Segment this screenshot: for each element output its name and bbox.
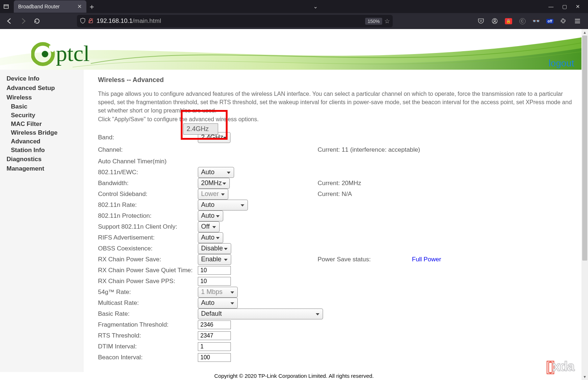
page-desc-2: Click "Apply/Save" to configure the adva… <box>98 116 259 122</box>
rifs-label: RIFS Advertisement: <box>98 234 198 241</box>
sidebar-nav: Device Info Advanced Setup Wireless Basi… <box>0 70 83 372</box>
svg-text:ptcl: ptcl <box>56 41 90 66</box>
band-label: Band: <box>98 134 198 141</box>
bandwidth-current: Current: 20MHz <box>318 180 361 187</box>
recent-windows-icon[interactable] <box>0 3 13 10</box>
extensions-icon[interactable] <box>560 17 568 25</box>
rxpps-label: RX Chain Power Save PPS: <box>98 278 198 285</box>
svg-point-5 <box>494 20 496 21</box>
rxchain-select[interactable]: Enable <box>198 254 231 265</box>
zoom-badge[interactable]: 150% <box>365 18 382 25</box>
bandwidth-select[interactable]: 20MHz <box>198 178 230 189</box>
address-bar[interactable]: 192.168.10.1/main.html 150% ☆ <box>77 15 393 27</box>
rate54g-label: 54g™ Rate: <box>98 289 198 296</box>
hamburger-menu-icon[interactable] <box>573 17 581 25</box>
watermark-logo: []xda <box>546 359 574 374</box>
channel-current: Current: 11 (interference: acceptable) <box>318 146 420 154</box>
lock-warning-icon[interactable] <box>88 18 94 25</box>
beacon-input[interactable] <box>198 353 231 362</box>
logout-link[interactable]: logout <box>548 58 574 69</box>
shield-icon[interactable] <box>80 18 86 25</box>
sidebar-item-mac-filter[interactable]: MAC Filter <box>0 120 83 128</box>
rxquiet-label: RX Chain Power Save Quiet Time: <box>98 267 198 274</box>
new-tab-button[interactable]: ＋ <box>86 2 97 12</box>
scroll-up-icon[interactable]: ▴ <box>581 29 588 36</box>
prot11n-label: 802.11n Protection: <box>98 212 198 220</box>
svg-line-3 <box>89 19 93 23</box>
clientonly-label: Support 802.11n Client Only: <box>98 223 198 230</box>
nav-forward-button <box>17 15 30 28</box>
rate11n-select[interactable]: Auto <box>198 200 248 211</box>
rts-label: RTS Threshold: <box>98 332 198 339</box>
mcast-select[interactable]: Auto <box>198 298 238 309</box>
all-tabs-chevron-icon[interactable]: ⌄ <box>313 3 318 10</box>
url-text: 192.168.10.1/main.html <box>97 17 161 25</box>
ext-glasses-icon[interactable]: 👓 <box>532 17 540 25</box>
bandwidth-label: Bandwidth: <box>98 180 198 187</box>
page-desc-1: This page allows you to configure advanc… <box>98 91 572 114</box>
obss-select[interactable]: Disable <box>198 243 231 254</box>
close-tab-icon[interactable]: ✕ <box>76 3 83 10</box>
sidebar-item-station-info[interactable]: Station Info <box>0 146 83 155</box>
mcast-label: Multicast Rate: <box>98 299 198 307</box>
sidebar-item-advanced[interactable]: Advanced <box>0 137 83 146</box>
rate54g-select: 1 Mbps <box>198 287 238 298</box>
basicrate-label: Basic Rate: <box>98 310 198 318</box>
bookmark-star-icon[interactable]: ☆ <box>384 17 390 25</box>
pocket-icon[interactable] <box>477 17 485 25</box>
nav-reload-button[interactable] <box>30 15 44 28</box>
browser-tab[interactable]: Broadband Router ✕ <box>14 0 86 13</box>
window-minimize-icon[interactable]: — <box>548 4 554 9</box>
sidebar-item-management[interactable]: Management <box>0 164 83 173</box>
scroll-down-icon[interactable]: ▾ <box>581 373 588 380</box>
autotimer-label: Auto Channel Timer(min) <box>98 158 198 165</box>
band-dropdown-list[interactable]: 2.4GHz <box>183 123 218 135</box>
tab-title: Broadband Router <box>18 4 76 9</box>
rxquiet-input[interactable] <box>198 266 231 275</box>
account-icon[interactable] <box>491 17 499 25</box>
sidebar-item-wireless[interactable]: Wireless <box>0 93 83 102</box>
sidebar-item-basic[interactable]: Basic <box>0 102 83 111</box>
ewc-label: 802.11n/EWC: <box>98 169 198 176</box>
page-header: ptcl logout <box>0 29 588 70</box>
svg-rect-0 <box>4 5 8 8</box>
ext-bitwarden-icon[interactable]: 🔒 <box>505 17 513 25</box>
dtim-input[interactable] <box>198 342 231 351</box>
sidebar-item-advanced-setup[interactable]: Advanced Setup <box>0 83 83 93</box>
dtim-label: DTIM Interval: <box>98 343 198 350</box>
svg-point-10 <box>42 51 48 57</box>
window-maximize-icon[interactable]: ▢ <box>562 4 567 9</box>
ewc-select[interactable]: Auto <box>198 167 234 178</box>
sidebar-item-security[interactable]: Security <box>0 111 83 120</box>
obss-label: OBSS Coexistence: <box>98 245 198 252</box>
sideband-current: Current: N/A <box>318 191 352 198</box>
beacon-label: Beacon Interval: <box>98 354 198 361</box>
ext-off-icon[interactable]: off <box>546 17 554 25</box>
scroll-thumb[interactable] <box>582 36 587 261</box>
channel-label: Channel: <box>98 146 198 154</box>
sideband-select: Lower <box>198 189 228 200</box>
page-scrollbar[interactable]: ▴ ▾ <box>581 29 588 380</box>
rxpps-input[interactable] <box>198 277 231 286</box>
sidebar-item-diagnostics[interactable]: Diagnostics <box>0 155 83 164</box>
rxchain-status-label: Power Save status: <box>318 256 412 263</box>
frag-label: Fragmentation Threshold: <box>98 321 198 328</box>
rts-input[interactable] <box>198 331 231 340</box>
window-close-icon[interactable]: ✕ <box>576 4 580 9</box>
main-content: Wireless -- Advanced This page allows yo… <box>83 70 588 372</box>
page-title: Wireless -- Advanced <box>98 76 573 84</box>
sidebar-item-wireless-bridge[interactable]: Wireless Bridge <box>0 128 83 137</box>
rate11n-label: 802.11n Rate: <box>98 201 198 209</box>
clientonly-select[interactable]: Off <box>198 221 220 232</box>
band-option-0[interactable]: 2.4GHz <box>184 124 218 134</box>
rifs-select[interactable]: Auto <box>198 232 223 243</box>
page-footer: Copyright © 2020 TP-Link Corporation Lim… <box>0 372 588 380</box>
frag-input[interactable] <box>198 320 231 329</box>
rxchain-status-value[interactable]: Full Power <box>412 256 441 263</box>
sidebar-item-device-info[interactable]: Device Info <box>0 74 83 83</box>
nav-back-button[interactable] <box>3 15 16 28</box>
ext-c-icon[interactable]: C <box>518 17 526 25</box>
basicrate-select[interactable]: Default <box>198 309 323 319</box>
rxchain-label: RX Chain Power Save: <box>98 256 198 263</box>
prot11n-select[interactable]: Auto <box>198 211 223 221</box>
